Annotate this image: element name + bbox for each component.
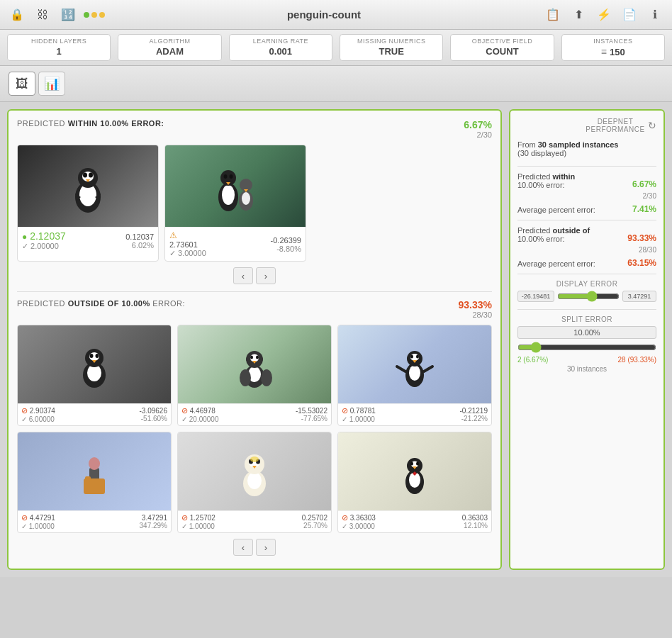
main-content: PREDICTED WITHIN 10.00% ERROR: 6.67% 2/3… bbox=[0, 102, 672, 577]
outside-card-4-error: 3.47291 bbox=[140, 514, 167, 522]
outside-card-1-pct: -51.60% bbox=[140, 415, 167, 422]
divider-3 bbox=[517, 274, 656, 274]
divider-2 bbox=[517, 220, 656, 220]
sampled-count: 30 sampled instances bbox=[538, 140, 619, 149]
penguin-svg-1 bbox=[60, 158, 116, 215]
warn-icon-o3: ⊘ bbox=[342, 406, 348, 415]
split-error-label: SPLIT ERROR bbox=[517, 315, 656, 323]
refresh-icon[interactable]: ↻ bbox=[648, 120, 656, 131]
outside-title: PREDICTED OUTSIDE OF 10.00% ERROR: bbox=[17, 299, 185, 308]
param-hidden-layers: HIDDEN LAYERS 1 bbox=[7, 34, 111, 61]
penguin-svg-5 bbox=[390, 340, 439, 389]
outside-card-5-pct: 25.70% bbox=[302, 522, 327, 530]
top-bar: 🔒 ⛓ 🔢 penguin-count 📋 ⬆ ⚡ 📄 ℹ bbox=[0, 0, 672, 30]
outside-perf-label: Predicted outside of10.00% error: bbox=[517, 226, 627, 243]
outside-card-4-actual: ✓ 1.00000 bbox=[21, 522, 55, 530]
warn-icon-o2: ⊘ bbox=[181, 406, 188, 415]
outside-card-2-pct: -77.65% bbox=[296, 415, 327, 422]
right-panel-header: DEEPNET PERFORMANCE ↻ bbox=[517, 118, 656, 133]
penguin-svg-8 bbox=[390, 447, 439, 496]
outside-perf-value: 93.33% bbox=[627, 233, 656, 243]
hidden-layers-label: HIDDEN LAYERS bbox=[13, 38, 104, 45]
svg-point-13 bbox=[224, 174, 228, 179]
within-card-1: ● 2.12037 ✓ 2.00000 0.12037 6.02% bbox=[17, 145, 159, 262]
within-card-2-error: -0.26399 bbox=[271, 236, 301, 245]
outside-card-2-image bbox=[178, 325, 331, 403]
perf-sampled-text: From 30 sampled instances (30 displayed) bbox=[517, 140, 656, 157]
penguin-svg-7 bbox=[230, 447, 279, 496]
svg-point-34 bbox=[261, 369, 272, 386]
outside-card-3-actual: ✓ 1.00000 bbox=[342, 415, 375, 423]
svg-line-42 bbox=[397, 366, 405, 371]
within-percentage: 6.67% 2/30 bbox=[464, 119, 492, 139]
svg-line-43 bbox=[424, 366, 432, 371]
avg-within-perf-row: Average percent error: 7.41% bbox=[517, 204, 656, 214]
objective-field-label: OBJECTIVE FIELD bbox=[457, 38, 547, 45]
svg-point-5 bbox=[89, 172, 93, 177]
outside-section-header: PREDICTED OUTSIDE OF 10.00% ERROR: 93.33… bbox=[17, 299, 492, 319]
svg-point-40 bbox=[416, 355, 419, 359]
lightning-icon[interactable]: ⚡ bbox=[594, 5, 614, 25]
outside-prev-button[interactable]: ‹ bbox=[233, 539, 253, 556]
info-icon[interactable]: ℹ bbox=[645, 5, 665, 25]
instances-label: INSTANCES bbox=[568, 38, 659, 45]
outside-card-3-pct: -21.22% bbox=[460, 415, 488, 422]
outside-card-5-image bbox=[178, 432, 331, 510]
outside-card-4-predicted: 4.47291 bbox=[30, 514, 55, 522]
outside-image-grid-row2: ⊘ 4.47291 ✓ 1.00000 3.47291 347.29% bbox=[17, 432, 492, 533]
section-divider bbox=[17, 291, 492, 292]
split-left-count: 2 (6.67%) bbox=[517, 356, 548, 364]
warn-icon-o1: ⊘ bbox=[21, 406, 28, 415]
left-panel: PREDICTED WITHIN 10.00% ERROR: 6.67% 2/3… bbox=[7, 109, 502, 570]
split-error-slider[interactable] bbox=[517, 342, 656, 353]
outside-card-6-error: 0.36303 bbox=[462, 514, 488, 522]
missing-numerics-value: TRUE bbox=[346, 46, 437, 57]
outside-card-6-pct: 12.10% bbox=[462, 522, 488, 530]
learning-rate-label: LEARNING RATE bbox=[235, 38, 326, 45]
clipboard-icon[interactable]: 📋 bbox=[543, 5, 563, 25]
within-card-1-error: 0.12037 bbox=[125, 233, 154, 241]
script-icon[interactable]: 📄 bbox=[620, 5, 639, 25]
outside-next-button[interactable]: › bbox=[256, 539, 276, 556]
svg-point-24 bbox=[96, 354, 99, 358]
dot-1 bbox=[84, 12, 89, 18]
outside-card-2-actual: ✓ 20.00000 bbox=[181, 415, 219, 423]
chart-view-button[interactable]: 📊 bbox=[38, 72, 65, 96]
penguin-svg-3 bbox=[69, 340, 119, 389]
outside-card-1: ⊘ 2.90374 ✓ 6.00000 -3.09626 -51.60% bbox=[17, 325, 172, 426]
outside-perf-subcount: 28/30 bbox=[517, 246, 656, 254]
upload-icon[interactable]: ⬆ bbox=[569, 5, 588, 25]
within-prev-button[interactable]: ‹ bbox=[233, 267, 253, 284]
outside-card-6-image bbox=[338, 432, 491, 510]
view-toggle-bar: 🖼 📊 bbox=[0, 66, 672, 102]
display-error-max: 3.47291 bbox=[622, 291, 656, 302]
svg-point-61 bbox=[416, 462, 419, 466]
split-error-section: SPLIT ERROR 10.00% 2 (6.67%) 28 (93.33%)… bbox=[517, 315, 656, 373]
image-view-button[interactable]: 🖼 bbox=[9, 72, 35, 96]
outside-perf-row: Predicted outside of10.00% error: 93.33% bbox=[517, 226, 656, 243]
within-perf-label: Predicted within10.00% error: bbox=[517, 172, 632, 189]
dot-2 bbox=[91, 12, 97, 18]
divider-1 bbox=[517, 166, 656, 167]
svg-point-4 bbox=[83, 172, 87, 177]
within-card-2: ⚠ 2.73601 ✓ 3.00000 -0.26399 -8.80% bbox=[164, 145, 306, 262]
display-error-slider[interactable] bbox=[557, 291, 620, 302]
learning-rate-value: 0.001 bbox=[235, 46, 326, 57]
param-objective-field: OBJECTIVE FIELD COUNT bbox=[450, 34, 554, 61]
outside-card-1-image bbox=[18, 325, 171, 403]
outside-card-1-actual: ✓ 6.00000 bbox=[21, 415, 55, 423]
display-error-min: -26.19481 bbox=[517, 291, 554, 302]
network-icon[interactable]: ⛓ bbox=[33, 5, 52, 25]
svg-point-33 bbox=[240, 369, 251, 386]
outside-card-5-predicted: 1.25702 bbox=[190, 514, 215, 522]
outside-card-1-predicted: 2.90374 bbox=[30, 407, 55, 415]
outside-card-6: ⊘ 3.36303 ✓ 3.00000 0.36303 12.10% bbox=[337, 432, 492, 533]
outside-pagination: ‹ › bbox=[17, 539, 492, 556]
outside-card-3-image bbox=[338, 325, 491, 403]
within-card-2-footer: ⚠ 2.73601 ✓ 3.00000 -0.26399 -8.80% bbox=[165, 227, 306, 261]
within-next-button[interactable]: › bbox=[256, 267, 276, 284]
outside-card-6-actual: ✓ 3.00000 bbox=[342, 522, 375, 530]
badge-icon[interactable]: 🔢 bbox=[58, 5, 78, 25]
warn-icon-o4: ⊘ bbox=[21, 513, 28, 522]
svg-point-16 bbox=[242, 192, 250, 205]
